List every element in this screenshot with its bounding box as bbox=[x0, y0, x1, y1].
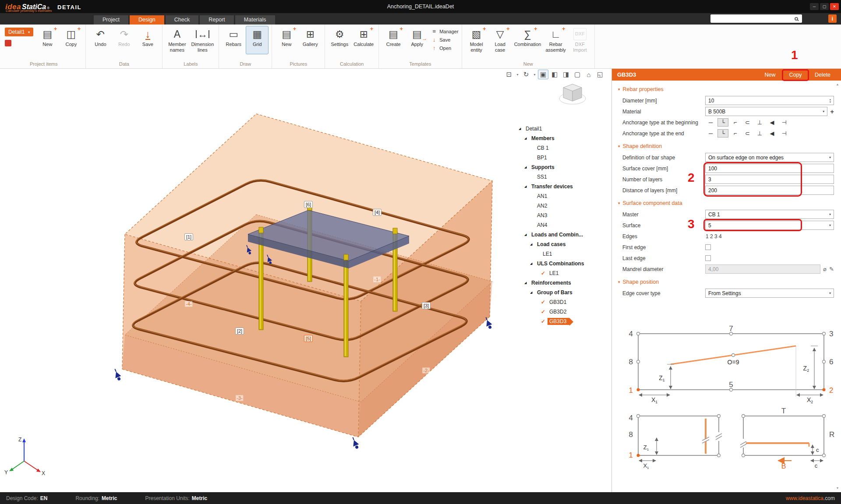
apply-template-button[interactable]: ▤→Apply bbox=[406, 26, 428, 54]
panel-delete-button[interactable]: Delete bbox=[809, 72, 836, 78]
expander-icon[interactable]: ◢ bbox=[524, 137, 530, 140]
search-box[interactable] bbox=[710, 14, 802, 23]
expander-icon[interactable]: ◢ bbox=[524, 166, 530, 169]
anchorage-end-option-1[interactable]: ─ bbox=[705, 129, 716, 137]
anchorage-end-option-4[interactable]: ⊂ bbox=[742, 129, 753, 137]
material-select[interactable]: B 500B▾ bbox=[705, 107, 827, 116]
detail-color-swatch[interactable] bbox=[5, 40, 11, 46]
tree-item-an4[interactable]: AN4 bbox=[519, 220, 610, 230]
section-header-shape-position[interactable]: ▾Shape position bbox=[618, 276, 834, 288]
view-transparent-button[interactable]: ◨ bbox=[561, 70, 571, 79]
tab-design[interactable]: Design bbox=[130, 15, 164, 25]
tree-item-uls-combinations[interactable]: ◢ULS Combinations bbox=[519, 259, 610, 268]
tree-item-ss1[interactable]: SS1 bbox=[519, 172, 610, 182]
dimension-lines-button[interactable]: ↔Dimension lines bbox=[189, 26, 216, 54]
website-link[interactable]: www.ideastatica.com bbox=[786, 495, 835, 501]
surface-label[interactable]: [6] bbox=[304, 201, 313, 208]
tree-item-detail1[interactable]: ◢Detail1 bbox=[519, 124, 610, 134]
detail-selector[interactable]: Detail1▾ bbox=[5, 28, 33, 36]
new-picture-button[interactable]: ▤+New bbox=[275, 26, 298, 54]
tree-item-an3[interactable]: AN3 bbox=[519, 211, 610, 220]
tree-item-members[interactable]: ◢Members bbox=[519, 134, 610, 143]
expander-icon[interactable]: ◢ bbox=[530, 243, 535, 246]
distance-of-layers-input[interactable]: 200 bbox=[705, 186, 834, 195]
scroll-up-icon[interactable]: ▲ bbox=[836, 83, 839, 86]
template-manager-button[interactable]: ≡Manager bbox=[431, 28, 458, 35]
first-edge-checkbox[interactable] bbox=[705, 244, 711, 250]
surface-select[interactable]: 5▾ bbox=[705, 221, 834, 230]
panel-new-button[interactable]: New bbox=[759, 72, 781, 78]
new-model-entity-button[interactable]: ▧+Model entity bbox=[465, 26, 488, 54]
minimize-button[interactable]: ─ bbox=[810, 3, 819, 10]
section-tool-button[interactable]: ⊡ bbox=[504, 70, 514, 79]
home-view-button[interactable]: ⌂ bbox=[583, 70, 594, 79]
panel-copy-button[interactable]: Copy bbox=[783, 72, 808, 78]
anchorage-begin-option-7[interactable]: ⊣ bbox=[779, 118, 790, 127]
tab-project[interactable]: Project bbox=[94, 15, 128, 25]
surface-label[interactable]: [3] bbox=[422, 302, 431, 309]
anchorage-begin-option-3[interactable]: ⌐ bbox=[730, 118, 741, 127]
edit-icon[interactable]: ✎ bbox=[829, 266, 834, 272]
check-icon[interactable]: ✓ bbox=[541, 318, 548, 324]
diameter-input[interactable]: 10▴▾ bbox=[705, 96, 834, 105]
member-names-button[interactable]: AMember names bbox=[166, 26, 188, 54]
surface-label[interactable]: [1] bbox=[184, 233, 193, 240]
tree-item-an1[interactable]: AN1 bbox=[519, 191, 610, 201]
section-header-rebar-properties[interactable]: ▾Rebar properties bbox=[618, 84, 834, 95]
tree-item-le1[interactable]: LE1 bbox=[519, 249, 610, 259]
last-edge-checkbox[interactable] bbox=[705, 255, 711, 261]
new-project-item-button[interactable]: ▤+New bbox=[36, 26, 59, 54]
info-button[interactable]: i bbox=[828, 14, 837, 23]
expander-icon[interactable]: ◢ bbox=[530, 291, 535, 294]
anchorage-end-option-3[interactable]: ⌐ bbox=[730, 129, 741, 137]
bar-shape-select[interactable]: On surface edge on more edges▾ bbox=[705, 153, 834, 162]
tree-item-transfer-devices[interactable]: ◢Transfer devices bbox=[519, 182, 610, 191]
view-cube[interactable] bbox=[556, 80, 589, 108]
grid-button[interactable]: ▦Grid bbox=[246, 26, 269, 54]
anchorage-begin-option-4[interactable]: ⊂ bbox=[742, 118, 753, 127]
surface-label[interactable]: [4] bbox=[373, 209, 382, 216]
anchorage-end-option-5[interactable]: ⊥ bbox=[754, 129, 765, 137]
save-template-button[interactable]: ↓Save bbox=[431, 36, 458, 43]
section-dropdown-icon[interactable]: ▾ bbox=[515, 70, 520, 79]
expander-icon[interactable]: ◢ bbox=[530, 262, 535, 265]
panel-scrollbar[interactable]: ▲ ▼ bbox=[835, 83, 840, 490]
view-solid-button[interactable]: ◧ bbox=[549, 70, 560, 79]
tree-item-gb3d3[interactable]: ✓GB3D3 bbox=[519, 317, 610, 326]
surface-cover-input[interactable]: 100 bbox=[705, 164, 834, 173]
anchorage-begin-option-6[interactable]: ◀ bbox=[767, 118, 777, 127]
tree-item-reinforcements[interactable]: ◢Reinforcements bbox=[519, 278, 610, 288]
expander-icon[interactable]: ◢ bbox=[524, 233, 530, 236]
tree-item-supports[interactable]: ◢Supports bbox=[519, 162, 610, 172]
tab-report[interactable]: Report bbox=[200, 15, 234, 25]
section-header-shape-definition[interactable]: ▾Shape definition bbox=[618, 141, 834, 152]
tab-check[interactable]: Check bbox=[166, 15, 198, 25]
calculate-button[interactable]: ⊞+Calculate bbox=[352, 26, 375, 54]
gallery-button[interactable]: ⊞Gallery bbox=[299, 26, 322, 54]
tree-item-gb3d1[interactable]: ✓GB3D1 bbox=[519, 297, 610, 307]
check-icon[interactable]: ✓ bbox=[541, 270, 548, 276]
orbit-tool-button[interactable]: ↻ bbox=[521, 70, 531, 79]
scroll-down-icon[interactable]: ▼ bbox=[836, 486, 839, 490]
new-combination-button[interactable]: ∑+Combination bbox=[512, 26, 543, 54]
tree-item-le1[interactable]: ✓LE1 bbox=[519, 268, 610, 278]
surface-label[interactable]: [5] bbox=[304, 335, 313, 342]
new-load-case-button[interactable]: ▽+Load case bbox=[489, 26, 512, 54]
anchorage-end-option-7[interactable]: ⊣ bbox=[779, 129, 790, 137]
check-icon[interactable]: ✓ bbox=[541, 299, 548, 305]
tab-materials[interactable]: Materials bbox=[235, 15, 275, 25]
close-button[interactable]: ✕ bbox=[830, 3, 839, 10]
fit-view-button[interactable]: ◱ bbox=[595, 70, 605, 79]
tree-item-gb3d2[interactable]: ✓GB3D2 bbox=[519, 307, 610, 317]
viewport-3d[interactable]: Z X Y [1][2][3][4][5][6]-1--2--3--4- ⊡▾↻… bbox=[0, 69, 611, 492]
anchorage-end-option-2[interactable]: └ bbox=[717, 129, 728, 137]
add-material-button[interactable]: + bbox=[830, 108, 834, 115]
section-header-surface-component-data[interactable]: ▾Surface component data bbox=[618, 197, 834, 209]
tree-item-cb-1[interactable]: CB 1 bbox=[519, 143, 610, 153]
search-input[interactable] bbox=[713, 15, 795, 22]
view-rendered-button[interactable]: ▣ bbox=[538, 70, 548, 79]
orbit-dropdown-icon[interactable]: ▾ bbox=[532, 70, 537, 79]
copy-project-item-button[interactable]: ◫+Copy bbox=[60, 26, 82, 54]
new-rebar-assembly-button[interactable]: ∟+Rebar assembly bbox=[544, 26, 567, 54]
open-template-button[interactable]: ↑Open bbox=[431, 45, 458, 51]
